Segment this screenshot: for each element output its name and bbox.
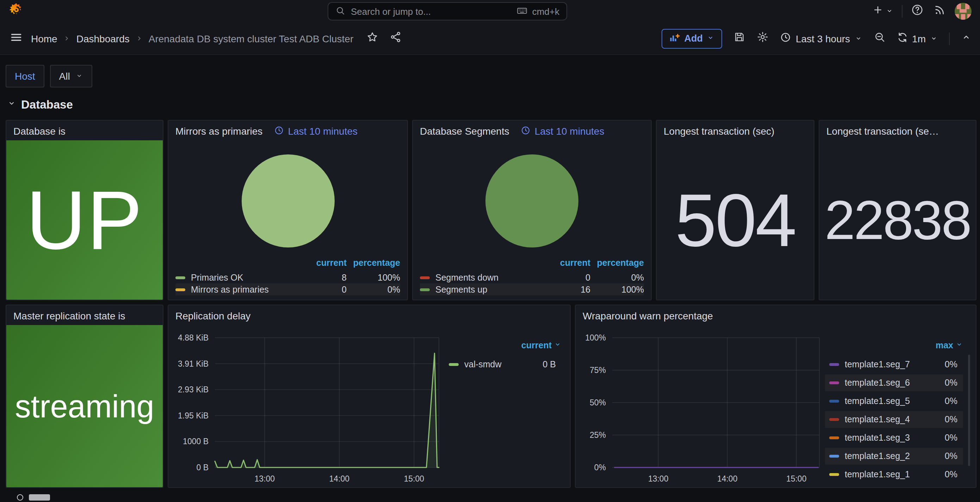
variable-host-value-dropdown[interactable]: All [50, 65, 93, 88]
series-name[interactable]: template1.seg_5 [845, 396, 910, 406]
help-button[interactable] [910, 2, 925, 21]
panel-title[interactable]: Longest transaction (se… [826, 126, 939, 137]
variable-host-label[interactable]: Host [6, 65, 45, 88]
panel-title[interactable]: Replication delay [175, 310, 250, 322]
new-menu-button[interactable] [871, 3, 895, 20]
chart-legend: current val-smdw 0 B [445, 331, 564, 487]
variables-row: Host All [6, 65, 974, 88]
series-swatch [829, 437, 839, 439]
series-swatch [829, 473, 839, 476]
svg-text:3.91 KiB: 3.91 KiB [178, 359, 208, 368]
series-name[interactable]: template1.seg_3 [845, 433, 910, 443]
series-name[interactable]: template1.seg_7 [845, 360, 910, 370]
svg-text:0%: 0% [594, 463, 606, 472]
share-icon[interactable] [389, 31, 401, 46]
row-title: Database [21, 98, 73, 111]
panel-time-override: Last 10 minutes [274, 125, 358, 137]
svg-text:13:00: 13:00 [648, 474, 668, 483]
top-nav: Search or jump to... cmd+k [0, 0, 980, 22]
search-input[interactable]: Search or jump to... cmd+k [328, 2, 567, 21]
settings-gear-icon[interactable] [757, 31, 769, 46]
breadcrumb-dashboards[interactable]: Dashboards [76, 33, 130, 44]
series-swatch [175, 276, 185, 279]
search-placeholder: Search or jump to... [351, 6, 431, 17]
pie-chart[interactable] [485, 155, 578, 247]
series-name[interactable]: template1.seg_4 [845, 414, 910, 424]
hamburger-icon [10, 31, 22, 46]
series-swatch [420, 288, 430, 291]
panel-title[interactable]: Database is [13, 126, 65, 137]
legend-scrollbar[interactable] [968, 355, 970, 466]
chevron-right-icon [63, 32, 71, 45]
svg-text:1.95 KiB: 1.95 KiB [178, 411, 208, 420]
svg-text:25%: 25% [590, 430, 606, 440]
series-swatch [449, 363, 459, 366]
legend-sort-max[interactable]: max [825, 341, 963, 351]
svg-text:100%: 100% [585, 333, 606, 342]
svg-text:1000 B: 1000 B [183, 437, 208, 446]
chevron-down-icon [854, 33, 862, 44]
refresh-icon [897, 32, 908, 45]
replication-delay-chart[interactable]: 0 B1000 B1.95 KiB2.93 KiB3.91 KiB4.88 Ki… [174, 331, 445, 487]
add-panel-icon [669, 32, 680, 45]
wraparound-chart[interactable]: 0%25%50%75%100%13:0014:0015:00 [581, 331, 825, 487]
chevron-down-icon [7, 98, 16, 111]
news-button[interactable] [932, 2, 948, 21]
series-value: 0 B [542, 360, 556, 370]
series-name[interactable]: template1.seg_6 [845, 378, 910, 388]
legend-header-current[interactable]: current [549, 258, 590, 268]
panel-title[interactable]: Mirrors as primaries [175, 126, 262, 137]
mega-menu-button[interactable] [8, 29, 24, 48]
legend-row: template1.seg_1 0% [825, 466, 963, 483]
legend-header-percentage[interactable]: percentage [347, 258, 400, 268]
pie-legend-table: current percentage Segments down 0 0% Se… [413, 257, 651, 300]
dashboard-toolbar: Add Last 3 hours 1m [662, 29, 972, 48]
panel-replication-delay: Replication delay 0 B1000 B1.95 KiB2.93 … [168, 304, 571, 488]
time-range-picker[interactable]: Last 3 hours [780, 32, 862, 45]
clock-icon [521, 125, 530, 137]
legend-sort-current[interactable]: current [445, 341, 562, 351]
legend-header-current[interactable]: current [306, 258, 347, 268]
series-swatch [420, 276, 430, 279]
series-name[interactable]: template1.seg_2 [845, 451, 910, 461]
series-value: 0% [945, 433, 958, 443]
toolbar-divider [949, 32, 950, 45]
pie-chart[interactable] [241, 155, 334, 247]
series-swatch [829, 418, 839, 421]
svg-text:0 B: 0 B [196, 463, 208, 472]
plus-icon [872, 4, 883, 18]
grafana-logo-icon[interactable] [8, 2, 24, 21]
clock-icon [780, 32, 792, 45]
legend-row: template1.seg_3 0% [825, 429, 963, 446]
panel-title[interactable]: Database Segments [420, 126, 509, 137]
stat-background-green: UP [6, 140, 163, 300]
avatar[interactable] [955, 3, 972, 20]
series-value: 0% [945, 470, 958, 480]
partial-row-icon [17, 494, 23, 500]
panel-time-override: Last 10 minutes [521, 125, 605, 137]
zoom-out-icon[interactable] [873, 31, 885, 46]
series-name[interactable]: template1.seg_1 [845, 470, 910, 480]
kiosk-caret-up-icon[interactable] [961, 32, 972, 45]
chevron-down-icon [554, 341, 562, 351]
series-swatch [829, 400, 839, 403]
star-icon[interactable] [366, 31, 378, 46]
legend-header-percentage[interactable]: percentage [590, 258, 644, 268]
refresh-picker[interactable]: 1m [897, 32, 938, 45]
breadcrumb-home[interactable]: Home [31, 33, 57, 44]
panel-title[interactable]: Wraparound warn percentage [583, 310, 713, 322]
panel-title[interactable]: Longest transaction (sec) [663, 126, 774, 137]
svg-text:75%: 75% [590, 366, 606, 375]
partial-row-text-sliver [29, 494, 50, 500]
save-dashboard-icon[interactable] [734, 31, 746, 46]
panel-title[interactable]: Master replication state is [13, 310, 125, 322]
svg-text:50%: 50% [590, 398, 606, 407]
svg-text:15:00: 15:00 [786, 474, 807, 483]
panel-database-segments: Database Segments Last 10 minutes curren… [412, 120, 652, 300]
series-name[interactable]: val-smdw [464, 360, 502, 370]
stat-value: UP [26, 178, 143, 261]
add-panel-button[interactable]: Add [662, 29, 722, 48]
legend-row: val-smdw 0 B [445, 356, 562, 373]
chevron-down-icon [886, 5, 893, 18]
row-header-database[interactable]: Database [7, 96, 974, 113]
